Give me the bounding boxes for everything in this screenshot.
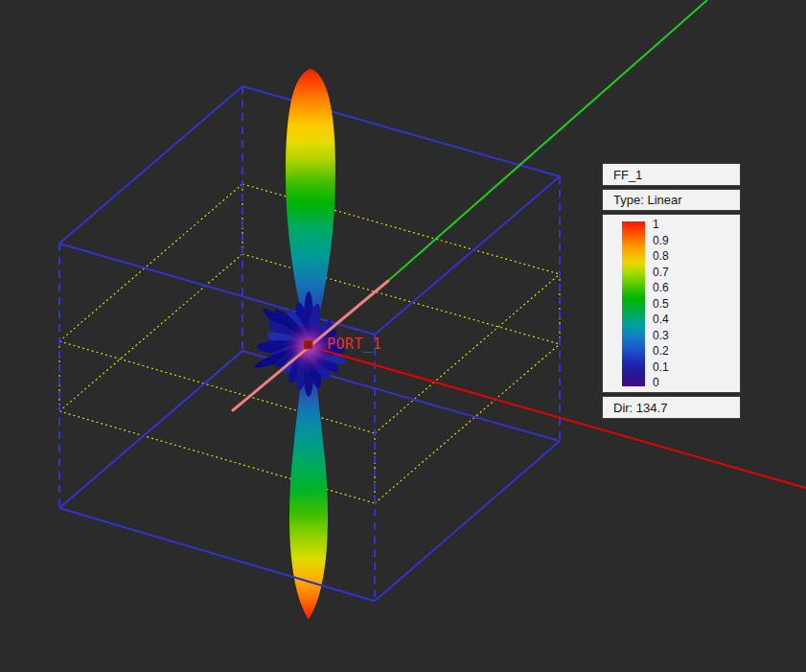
colorbar-tick: 0.1 bbox=[653, 360, 669, 374]
legend-panel: FF_1 Type: Linear 1 0.9 0.8 0.7 0.6 0.5 … bbox=[602, 163, 741, 419]
colorbar-tick: 0 bbox=[653, 376, 669, 389]
colorbar-tick: 0.4 bbox=[653, 313, 669, 326]
port-label: PORT_1 bbox=[327, 336, 381, 353]
colorbar-tick: 0.8 bbox=[653, 249, 669, 263]
colorbar-ticks: 1 0.9 0.8 0.7 0.6 0.5 0.4 0.3 0.2 0.1 0 bbox=[653, 218, 669, 389]
legend-color-scale: 1 0.9 0.8 0.7 0.6 0.5 0.4 0.3 0.2 0.1 0 bbox=[602, 214, 741, 393]
colorbar-tick: 0.2 bbox=[653, 344, 669, 358]
colorbar-gradient bbox=[622, 221, 645, 386]
main-lobe-top bbox=[286, 69, 335, 327]
farfield-3d-view: PORT_1 FF_1 Type: Linear 1 0.9 0.8 0.7 0… bbox=[0, 0, 806, 672]
port-marker bbox=[304, 340, 312, 349]
colorbar-tick: 0.5 bbox=[653, 297, 669, 311]
colorbar-tick: 0.9 bbox=[653, 234, 669, 247]
legend-directivity: Dir: 134.7 bbox=[602, 396, 741, 419]
colorbar-tick: 0.6 bbox=[653, 281, 669, 294]
colorbar-tick: 0.7 bbox=[653, 266, 669, 279]
colorbar-tick: 0.3 bbox=[653, 329, 669, 342]
colorbar-tick: 1 bbox=[653, 218, 669, 231]
legend-plot-type: Type: Linear bbox=[602, 189, 741, 211]
legend-title: FF_1 bbox=[602, 163, 741, 186]
